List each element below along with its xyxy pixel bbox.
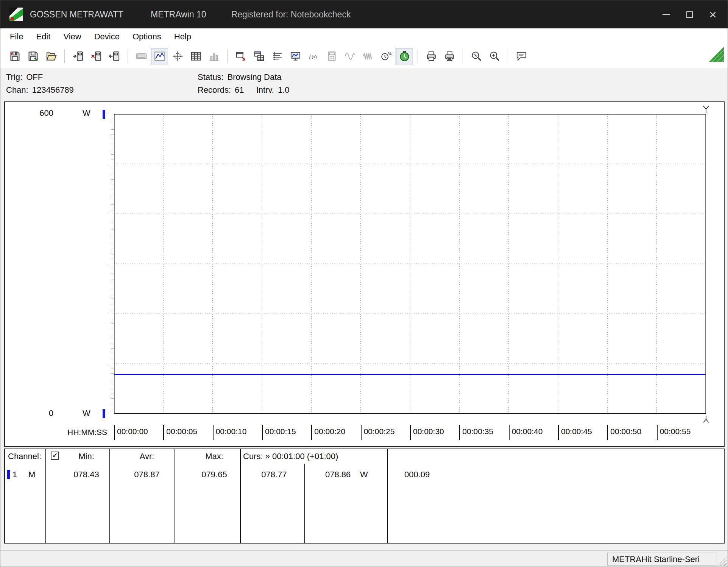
metrawin-window: GOSSEN METRAWATT METRAwin 10 Registered … (0, 0, 728, 567)
toolbar-separator (418, 50, 418, 63)
y-axis-minor-ticks (111, 114, 114, 414)
x-tick-label: 00:00:00 (114, 425, 148, 440)
device-disconnect-button[interactable] (87, 48, 105, 65)
x-tick-label: 00:00:40 (509, 425, 543, 440)
x-tick-label: 00:00:45 (558, 425, 592, 440)
column-divider (109, 449, 110, 543)
clock-percent-button[interactable]: % (377, 48, 395, 65)
x-tick-label: 00:00:15 (262, 425, 296, 440)
svg-text:(x): (x) (312, 54, 317, 59)
device-write-button[interactable] (106, 48, 123, 65)
waveform-button[interactable] (341, 48, 359, 65)
scope-view-button[interactable] (169, 48, 186, 65)
maximize-button[interactable] (678, 0, 701, 28)
measurements-panel: Channel: ✓ Min: Avr: Max: Curs: » 00:01:… (4, 449, 725, 544)
resize-grip[interactable] (717, 557, 726, 566)
min-column-header: Min: (62, 452, 111, 461)
print-button[interactable] (422, 48, 440, 65)
app-logo-icon (9, 8, 23, 21)
toolbar-separator (227, 50, 228, 63)
x-tick-label: 00:00:30 (410, 425, 444, 440)
channel-number: 1 (12, 470, 17, 480)
x-axis: HH:MM:SS 00:00:0000:00:0500:00:1000:00:1… (5, 425, 724, 440)
cursor-handle-top[interactable] (702, 105, 710, 113)
device-read-button[interactable] (69, 48, 87, 65)
column-divider (387, 449, 388, 543)
column-divider (45, 449, 46, 543)
checkmark-icon: ✓ (52, 452, 58, 459)
envelope-button[interactable] (359, 48, 377, 65)
y-axis-unit-bottom: W (83, 408, 90, 418)
comment-button[interactable] (513, 48, 530, 65)
trigger-status: Trig:OFF (6, 71, 74, 84)
cursor-handle-bottom[interactable] (702, 416, 710, 423)
min-value: 078.43 (62, 470, 111, 480)
calculator-button[interactable] (323, 48, 340, 65)
svg-text:ƒ: ƒ (309, 53, 311, 59)
cursor-column-header: Curs: » 00:01:00 (+01:00) (243, 452, 338, 461)
menu-bar: File Edit View Device Options Help (0, 28, 728, 45)
lcd-display-button[interactable] (133, 48, 150, 65)
save-as-button[interactable] (24, 48, 42, 65)
y-axis-unit-top: W (83, 108, 90, 118)
records-line: Records:61 Intrv.1.0 (198, 84, 290, 97)
title-registered: Registered for: Notebookcheck (231, 9, 351, 20)
print-preview-button[interactable] (441, 48, 458, 65)
x-tick-label: 00:00:50 (607, 425, 641, 440)
toolbar-separator (128, 50, 128, 63)
toolbar-separator (64, 50, 65, 63)
y-axis-min-label: 0 (24, 408, 53, 418)
channel-mode: M (28, 470, 35, 480)
minimize-button[interactable] (654, 0, 678, 28)
chart-view-button[interactable] (151, 48, 168, 65)
title-bar: GOSSEN METRAWATT METRAwin 10 Registered … (0, 0, 728, 28)
x-tick-label: 00:00:10 (213, 425, 247, 440)
bargraph-view-button[interactable] (205, 48, 223, 65)
delta-value: 000.09 (404, 470, 430, 480)
toolbar-corner-triangle (709, 47, 724, 62)
formula-button[interactable]: ƒ (x) (305, 48, 322, 65)
menu-device[interactable]: Device (88, 28, 126, 45)
monitor-view-button[interactable] (287, 48, 304, 65)
x-tick-label: 00:00:55 (657, 425, 691, 440)
status-line: Status:Browsing Data (198, 71, 290, 84)
y-axis-marker-top (103, 110, 105, 119)
cursor-value-a: 078.77 (249, 470, 299, 480)
toolbar: ƒ (x) % (0, 45, 728, 68)
record-list-button[interactable] (268, 48, 286, 65)
close-icon: × (709, 8, 717, 21)
svg-text:%: % (388, 51, 391, 56)
column-divider (304, 464, 305, 543)
plot-area (114, 114, 706, 414)
x-tick-label: 00:00:20 (311, 425, 345, 440)
y-axis-marker-bottom (103, 409, 105, 418)
menu-help[interactable]: Help (168, 28, 198, 45)
plot-grid (114, 114, 706, 414)
minimize-icon (663, 14, 670, 15)
menu-edit[interactable]: Edit (30, 28, 57, 45)
channel-color-marker (7, 470, 10, 479)
save-button[interactable] (6, 48, 23, 65)
x-tick-label: 00:00:05 (163, 425, 197, 440)
status-bar: METRAHit Starline-Seri (0, 550, 728, 567)
channel-visible-checkbox[interactable]: ✓ (51, 452, 59, 460)
cursor-value-unit: W (360, 470, 368, 480)
menu-view[interactable]: View (57, 28, 87, 45)
zoom-time-button[interactable] (468, 48, 485, 65)
toolbar-separator (508, 50, 508, 63)
zoom-button[interactable] (486, 48, 503, 65)
column-divider (175, 449, 175, 543)
title-app-name: METRAwin 10 (151, 9, 206, 20)
x-tick-label: 00:00:25 (361, 425, 395, 440)
menu-file[interactable]: File (3, 28, 30, 45)
channel-list: Chan:123456789 (6, 84, 74, 97)
close-button[interactable]: × (701, 0, 725, 28)
x-tick-label: 00:00:35 (459, 425, 493, 440)
open-button[interactable] (42, 48, 60, 65)
copy-values-button[interactable] (250, 48, 268, 65)
table-view-button[interactable] (187, 48, 204, 65)
copy-graph-button[interactable] (232, 48, 249, 65)
interval-timer-button[interactable] (396, 48, 413, 65)
max-value: 079.65 (190, 470, 239, 480)
menu-options[interactable]: Options (126, 28, 168, 45)
